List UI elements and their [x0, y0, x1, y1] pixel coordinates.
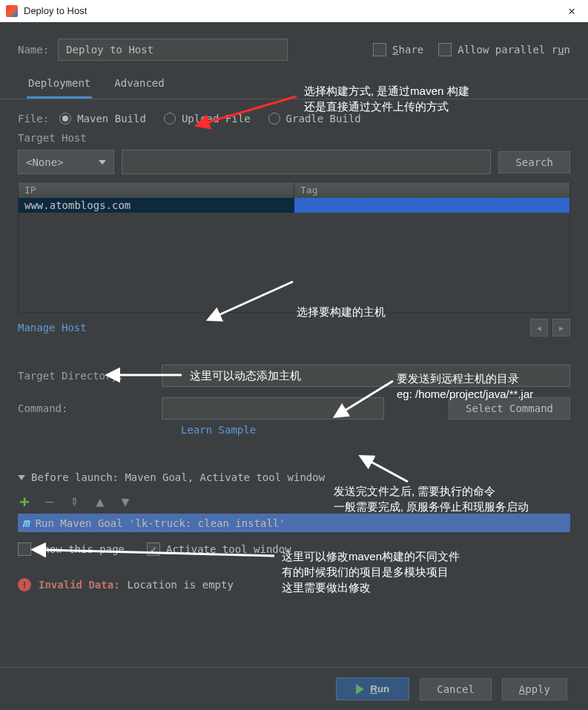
command-input[interactable]: [162, 397, 384, 419]
td-tag: [294, 198, 570, 213]
app-icon: [6, 5, 18, 17]
target-dir-input[interactable]: [162, 365, 570, 387]
target-host-label: Target Host: [18, 132, 570, 144]
page-next-button[interactable]: ▶: [552, 319, 570, 336]
learn-sample-link[interactable]: Learn Sample: [181, 424, 570, 436]
maven-goal-text: Run Maven Goal 'lk-truck: clean install': [36, 517, 285, 529]
th-tag[interactable]: Tag: [294, 182, 569, 198]
checkbox-group: Share Allow parallel run: [373, 43, 570, 56]
error-row: ! Invalid Data: Location is empty: [0, 578, 588, 591]
page-prev-button[interactable]: ◀: [530, 319, 548, 336]
play-icon: [356, 684, 364, 694]
parallel-label: Allow parallel run: [457, 44, 570, 56]
error-message: Location is empty: [128, 579, 234, 591]
chevron-down-icon: [99, 160, 106, 165]
name-row: Name: Share Allow parallel run: [0, 22, 588, 61]
checkbox-icon: [373, 43, 386, 56]
radio-icon: [59, 113, 71, 125]
show-page-checkbox[interactable]: Show this page: [18, 543, 125, 556]
checkbox-icon: [147, 543, 160, 556]
radio-icon: [164, 113, 176, 125]
edit-task-button[interactable]: ✎: [65, 491, 85, 512]
share-label: Share: [392, 44, 423, 56]
command-label: Command:: [18, 402, 151, 414]
maven-goal-row[interactable]: m Run Maven Goal 'lk-truck: clean instal…: [18, 514, 570, 532]
window-title: Deploy to Host: [24, 5, 555, 16]
radio-label: Upload File: [182, 113, 251, 125]
select-command-button[interactable]: Select Command: [449, 397, 570, 419]
run-button[interactable]: Run: [336, 677, 409, 700]
name-input[interactable]: [58, 39, 288, 61]
host-table: IP Tag www.atomblogs.com: [18, 182, 570, 313]
add-task-button[interactable]: +: [18, 492, 31, 511]
table-row[interactable]: www.atomblogs.com: [19, 198, 569, 213]
tab-deployment[interactable]: Deployment: [27, 77, 92, 99]
file-radio-group: Maven Build Upload File Gradle Build: [59, 113, 361, 125]
titlebar: Deploy to Host ✕: [0, 0, 588, 22]
allow-parallel-checkbox[interactable]: Allow parallel run: [438, 43, 570, 56]
error-label: Invalid Data:: [39, 579, 120, 591]
radio-icon: [268, 113, 280, 125]
file-row: File: Maven Build Upload File Gradle Bui…: [18, 113, 570, 125]
radio-upload[interactable]: Upload File: [164, 113, 251, 125]
before-launch-toggle[interactable]: Before launch: Maven Goal, Activate tool…: [18, 471, 570, 483]
show-page-label: Show this page: [37, 543, 125, 555]
share-checkbox[interactable]: Share: [373, 43, 423, 56]
error-icon: !: [18, 578, 31, 591]
radio-gradle[interactable]: Gradle Build: [268, 113, 361, 125]
chevron-down-icon: [18, 475, 25, 480]
move-up-button[interactable]: ▲: [93, 494, 107, 509]
file-label: File:: [18, 113, 49, 125]
manage-host-link[interactable]: Manage Host: [18, 322, 570, 334]
radio-label: Gradle Build: [286, 113, 361, 125]
cancel-button[interactable]: Cancel: [420, 678, 492, 700]
chevron-left-icon: ◀: [537, 324, 541, 332]
checkbox-icon: [18, 543, 31, 556]
close-icon[interactable]: ✕: [561, 4, 582, 18]
dropdown-value: <None>: [26, 156, 64, 168]
target-dir-label: Target Directory:: [18, 370, 151, 382]
th-ip[interactable]: IP: [19, 182, 294, 198]
before-launch-toolbar: + — ✎ ▲ ▼: [18, 492, 570, 511]
move-down-button[interactable]: ▼: [119, 494, 132, 509]
run-label: Run: [370, 683, 389, 694]
radio-maven[interactable]: Maven Build: [59, 113, 146, 125]
apply-button[interactable]: Apply: [502, 678, 567, 700]
maven-icon: m: [22, 516, 30, 530]
activate-window-checkbox[interactable]: Activate tool window: [147, 543, 291, 556]
remove-task-button[interactable]: —: [43, 494, 56, 509]
footer: Run Cancel Apply: [0, 667, 588, 710]
tab-advanced[interactable]: Advanced: [113, 77, 165, 99]
tab-bar: Deployment Advanced: [0, 61, 588, 99]
chevron-right-icon: ▶: [559, 324, 564, 332]
name-label: Name:: [18, 44, 49, 56]
dialog-panel: Name: Share Allow parallel run Deploymen…: [0, 22, 588, 710]
radio-label: Maven Build: [77, 113, 146, 125]
host-search-input[interactable]: [122, 150, 491, 174]
td-ip: www.atomblogs.com: [19, 198, 294, 213]
host-dropdown[interactable]: <None>: [18, 150, 114, 174]
search-button[interactable]: Search: [498, 151, 570, 173]
checkbox-icon: [438, 43, 452, 56]
activate-label: Activate tool window: [166, 543, 291, 555]
before-launch-label: Before launch: Maven Goal, Activate tool…: [31, 471, 325, 483]
